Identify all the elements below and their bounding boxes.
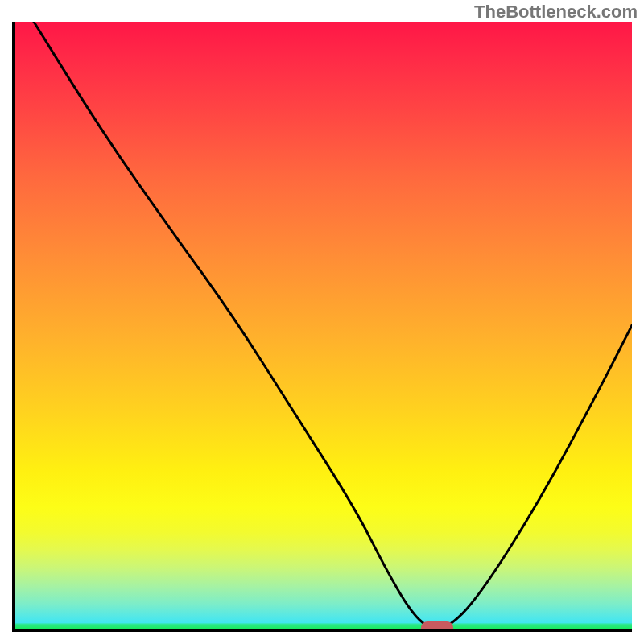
bottleneck-curve-path [34,22,632,629]
sweet-spot-marker [421,621,453,632]
plot-area [12,22,632,632]
chart-container: TheBottleneck.com [0,0,644,644]
watermark-text: TheBottleneck.com [474,2,638,23]
curve-svg [15,22,632,629]
